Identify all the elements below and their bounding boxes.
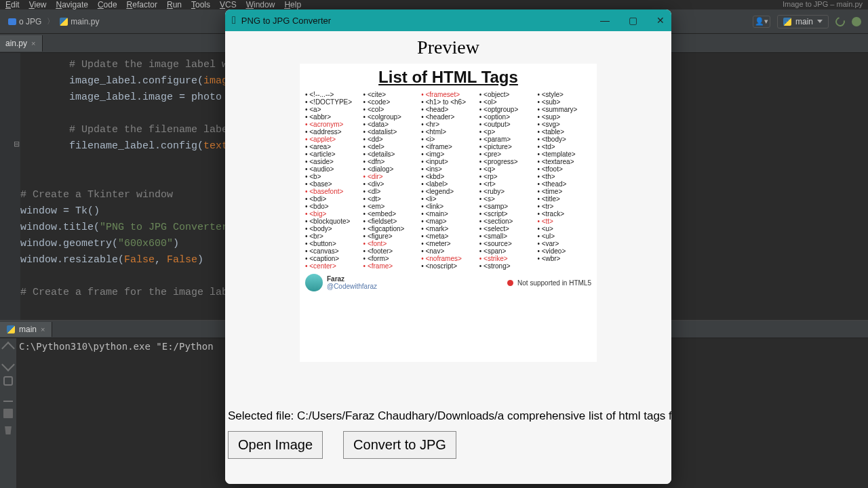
fold-marker-icon[interactable]: ⊟ xyxy=(14,140,20,148)
tag-item: <ins> xyxy=(421,165,475,173)
tag-item: <table> xyxy=(537,128,591,136)
tag-item: <cite> xyxy=(363,91,418,98)
menu-run[interactable]: Run xyxy=(167,0,182,8)
tag-item: <em> xyxy=(363,203,418,210)
tag-item: <li> xyxy=(421,195,475,203)
app-titlebar[interactable]: 𓆃 PNG to JPG Converter — ▢ ✕ xyxy=(225,9,671,31)
tag-item: <base> xyxy=(305,180,359,188)
tag-item: <button> xyxy=(305,240,359,247)
tag-item: <abbr> xyxy=(305,113,359,121)
menu-tools[interactable]: Tools xyxy=(191,0,210,8)
tag-item: <nav> xyxy=(421,247,475,255)
tag-item: <textarea> xyxy=(537,158,591,165)
menu-vcs[interactable]: VCS xyxy=(220,0,237,8)
tag-item: <select> xyxy=(479,225,534,232)
menu-help[interactable]: Help xyxy=(284,0,301,8)
close-button[interactable]: ✕ xyxy=(656,15,665,26)
scroll-to-end-icon[interactable] xyxy=(3,392,13,402)
tag-item: <source> xyxy=(479,240,534,247)
tag-item: <code> xyxy=(363,98,418,106)
person-icon: 👤▾ xyxy=(755,17,768,26)
tag-item: <figure> xyxy=(363,232,418,240)
run-tool-sidebar xyxy=(0,338,16,488)
tag-item: <th> xyxy=(537,173,591,180)
tag-item: <figcaption> xyxy=(363,225,418,232)
tag-item: <col> xyxy=(363,106,418,113)
tag-item: <sup> xyxy=(537,113,591,121)
menu-code[interactable]: Code xyxy=(98,0,117,8)
tag-item: <dl> xyxy=(363,188,418,195)
tag-item: <b> xyxy=(305,173,359,180)
legend-text: Not supported in HTML5 xyxy=(517,279,591,287)
tag-item: <!DOCTYPE> xyxy=(305,98,359,106)
tag-item: <footer> xyxy=(363,247,418,255)
tag-item: <wbr> xyxy=(537,255,591,262)
tag-item: <tr> xyxy=(537,203,591,210)
close-run-tab-icon[interactable]: × xyxy=(41,325,45,333)
author-avatar xyxy=(305,274,323,291)
image-preview: List of HTML Tags <!--...--><!DOCTYPE><a… xyxy=(300,64,597,362)
tag-column-4: <style><sub><summary><sup><svg><table><t… xyxy=(537,91,591,270)
breadcrumb-project[interactable]: o JPG xyxy=(3,15,47,28)
tag-item: <time> xyxy=(537,188,591,195)
tag-item: <strong> xyxy=(479,262,534,270)
run-config-selector[interactable]: main xyxy=(777,15,829,28)
tag-item: <progress> xyxy=(479,158,534,165)
menu-window[interactable]: Window xyxy=(246,0,275,8)
tag-item: <param> xyxy=(479,136,534,143)
run-console-output[interactable]: C:\Python310\python.exe "E:/Python xyxy=(19,341,214,352)
print-icon[interactable] xyxy=(3,409,13,418)
tag-item: <video> xyxy=(537,247,591,255)
run-tab-main[interactable]: main × xyxy=(0,322,52,337)
tag-item: <legend> xyxy=(421,188,475,195)
preview-heading: Preview xyxy=(225,37,671,58)
tag-item: <span> xyxy=(479,247,534,255)
tag-item: <caption> xyxy=(305,255,359,262)
tag-item: <kbd> xyxy=(421,173,475,180)
tag-item: <section> xyxy=(479,218,534,225)
author-block: Faraz @Codewithfaraz xyxy=(327,275,377,290)
tag-item: <body> xyxy=(305,225,359,232)
run-tab-label: main xyxy=(19,325,37,334)
tag-item: <blockquote> xyxy=(305,218,359,225)
account-button[interactable]: 👤▾ xyxy=(753,16,770,28)
tag-item: <audio> xyxy=(305,165,359,173)
tag-item: <frameset> xyxy=(421,91,475,98)
convert-to-jpg-button[interactable]: Convert to JPG xyxy=(343,431,456,459)
menu-navigate[interactable]: Navigate xyxy=(56,0,88,8)
tag-item: <applet> xyxy=(305,136,359,143)
tag-item: <strike> xyxy=(479,255,534,262)
step-down-icon[interactable] xyxy=(1,358,15,371)
minimize-button[interactable]: — xyxy=(600,15,610,26)
tag-item: <td> xyxy=(537,143,591,150)
tag-item: <colgroup> xyxy=(363,113,418,121)
tag-item: <del> xyxy=(363,143,418,150)
step-up-icon[interactable] xyxy=(1,342,15,355)
tag-item: <svg> xyxy=(537,121,591,128)
tag-item: <style> xyxy=(537,91,591,98)
soft-wrap-icon[interactable] xyxy=(3,376,13,386)
open-image-button[interactable]: Open Image xyxy=(228,431,323,459)
close-tab-icon[interactable]: × xyxy=(31,39,35,47)
menu-view[interactable]: View xyxy=(29,0,47,8)
tag-item: <mark> xyxy=(421,225,475,232)
trash-icon[interactable] xyxy=(3,425,13,434)
tag-item: <address> xyxy=(305,128,359,136)
menu-refactor[interactable]: Refactor xyxy=(127,0,157,8)
maximize-button[interactable]: ▢ xyxy=(629,15,637,26)
tag-item: <title> xyxy=(537,195,591,203)
tag-item: <input> xyxy=(421,158,475,165)
breadcrumb-file[interactable]: main.py xyxy=(54,15,104,28)
rerun-icon[interactable] xyxy=(833,15,846,28)
tag-item: <bdo> xyxy=(305,203,359,210)
editor-tab-main[interactable]: ain.py × xyxy=(0,35,43,52)
menu-edit[interactable]: Edit xyxy=(5,0,20,8)
tag-item: <acronym> xyxy=(305,121,359,128)
tag-item: <thead> xyxy=(537,180,591,188)
tag-item: <rt> xyxy=(479,180,534,188)
debug-icon[interactable] xyxy=(852,17,861,26)
tag-item: <details> xyxy=(363,150,418,158)
tag-item: <bdi> xyxy=(305,195,359,203)
run-config-name: main xyxy=(795,17,813,26)
tag-column-3: <object><ol><optgroup><option><output><p… xyxy=(479,91,534,270)
